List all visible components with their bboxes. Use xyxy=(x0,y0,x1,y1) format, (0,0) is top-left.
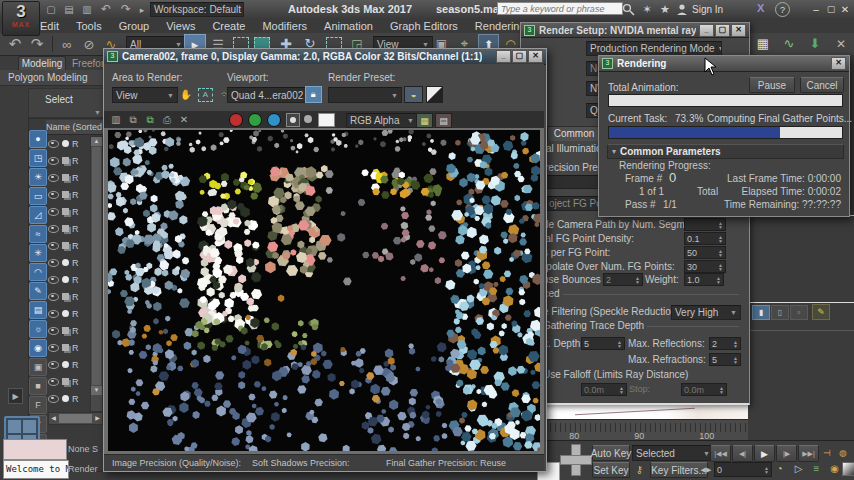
rfw-titlebar[interactable]: 3 Camera002, frame 0, Display Gamma: 2.0… xyxy=(104,49,546,65)
current-frame-field[interactable]: 0 ▲▼ xyxy=(714,462,772,477)
exchange-apps-icon[interactable]: X xyxy=(757,2,764,14)
scroll-right-icon[interactable]: ▶ xyxy=(93,413,102,424)
workspace-dropdown[interactable]: Workspace: Default▼ xyxy=(150,2,244,17)
ribbon-panel-polygon-modeling[interactable]: Polygon Modeling xyxy=(0,70,111,86)
visibility-eye-icon[interactable] xyxy=(48,361,59,369)
camera-icon[interactable]: ◉ xyxy=(827,461,842,476)
undo-icon[interactable]: ↶ xyxy=(6,35,24,53)
display-shapes-icon[interactable]: ◳ xyxy=(29,149,47,167)
mono-channel-icon[interactable] xyxy=(286,113,300,127)
menu-tools[interactable]: Tools xyxy=(76,20,102,32)
project-folder-icon[interactable]: ▸ xyxy=(136,3,148,16)
visibility-eye-icon[interactable] xyxy=(48,225,59,233)
menu-graph-editors[interactable]: Graph Editors xyxy=(390,20,458,32)
scene-explorer-header[interactable]: Name (Sorted D xyxy=(46,120,103,135)
viewport-background-icon[interactable] xyxy=(842,462,854,476)
red-channel-icon[interactable] xyxy=(229,113,243,127)
add-time-tag-plus-icon[interactable] xyxy=(560,444,590,474)
scene-explorer-row[interactable]: R xyxy=(48,272,90,287)
mute-icon[interactable]: ◔ xyxy=(772,461,787,476)
color-correction-icon[interactable]: ▦ xyxy=(416,113,433,128)
scene-explorer-row[interactable]: R xyxy=(48,357,90,372)
undo-quick-icon[interactable]: ↶ xyxy=(98,2,114,16)
app-menu-button[interactable]: 3 MAX xyxy=(2,1,40,36)
copy-image-icon[interactable]: ⧉ xyxy=(126,113,140,126)
scene-explorer-row[interactable]: R xyxy=(48,136,90,151)
visibility-eye-icon[interactable] xyxy=(48,191,59,199)
render-preview-image[interactable] xyxy=(108,130,540,451)
render-setup-icon[interactable]: ◒ xyxy=(404,86,423,103)
scene-explorer-row[interactable]: R xyxy=(48,306,90,321)
communication-center-icon[interactable]: ✶ xyxy=(640,2,654,16)
area-to-render-dropdown[interactable]: View▼ xyxy=(112,87,178,103)
maximize-icon[interactable]: ▢ xyxy=(715,24,730,37)
falloff-stop-field[interactable]: 0.0m▲▼ xyxy=(681,383,727,396)
visibility-eye-icon[interactable] xyxy=(48,140,59,148)
print-image-icon[interactable]: ⎙︎ xyxy=(160,113,174,126)
sign-in-avatar-icon[interactable] xyxy=(676,3,688,16)
new-scene-icon[interactable]: ▢ xyxy=(44,3,58,16)
max-reflections-field[interactable]: 2▲▼ xyxy=(709,337,741,350)
active-viewport-edge[interactable] xyxy=(748,215,854,303)
display-hidden-icon[interactable]: ■ xyxy=(29,377,47,395)
play-icon[interactable]: ▶ xyxy=(754,445,775,462)
display-spacewarps-icon[interactable]: ≈ xyxy=(29,225,47,243)
menu-edit[interactable]: Edit xyxy=(40,20,59,32)
scene-explorer-row[interactable]: R xyxy=(48,391,90,406)
layer-view-icon[interactable]: ▤ xyxy=(435,113,452,128)
menu-views[interactable]: Views xyxy=(166,20,195,32)
minimize-icon[interactable]: _ xyxy=(699,24,714,37)
set-keys-icon[interactable]: ⚷ xyxy=(632,462,647,476)
max-depth-field[interactable]: 5▲▼ xyxy=(581,337,625,350)
close-icon[interactable]: ✕ xyxy=(831,57,846,70)
pause-button[interactable]: Pause xyxy=(749,77,795,93)
visibility-eye-icon[interactable] xyxy=(48,344,59,352)
maxscript-listener-white[interactable]: Welcome to M xyxy=(3,460,69,479)
scene-explorer-row[interactable]: R xyxy=(48,170,90,185)
alpha-channel-icon[interactable] xyxy=(304,115,312,123)
search-icon[interactable] xyxy=(622,3,635,16)
scene-explorer-row[interactable]: R xyxy=(48,255,90,270)
layers-icon[interactable]: ≡ xyxy=(809,461,824,476)
scene-explorer-row[interactable]: R xyxy=(48,187,90,202)
blue-channel-icon[interactable] xyxy=(267,113,281,127)
display-lights-icon[interactable]: ☀ xyxy=(29,168,47,186)
auto-region-icon[interactable]: A xyxy=(198,88,213,102)
close-icon[interactable]: ✕ xyxy=(528,50,543,63)
fg-param-field[interactable]: 0.1▲▼ xyxy=(684,232,726,245)
visibility-eye-icon[interactable] xyxy=(48,378,59,386)
hscroll-thumb[interactable] xyxy=(59,414,92,423)
render-setup-titlebar[interactable]: 3 Render Setup: NVIDIA mental ray _ ▢ ✕ xyxy=(521,23,749,38)
edit-region-icon[interactable]: ✋ xyxy=(178,87,194,101)
display-cameras-icon[interactable]: ▭ xyxy=(29,187,47,205)
scene-explorer-row[interactable]: R xyxy=(48,340,90,355)
open-file-icon[interactable]: ▤ xyxy=(62,3,76,16)
explorer-hscrollbar[interactable]: ◀ ▶ xyxy=(48,412,103,425)
scene-explorer-row[interactable]: R xyxy=(48,238,90,253)
fg-param-field[interactable]: 30▲▼ xyxy=(684,260,726,273)
green-channel-icon[interactable] xyxy=(248,113,262,127)
visibility-eye-icon[interactable] xyxy=(48,157,59,165)
fg-param-field[interactable]: 50▲▼ xyxy=(684,246,726,259)
display-annotation-icon[interactable]: ✎ xyxy=(29,282,47,300)
falloff-start-field[interactable]: 0.0m▲▼ xyxy=(581,383,627,396)
select-panel-expand-icon[interactable]: ▼ xyxy=(94,109,101,116)
ribbon-tab-modeling[interactable]: Modeling xyxy=(18,56,66,71)
curve-editor-icon[interactable]: ∿ xyxy=(778,34,800,53)
menu-rendering[interactable]: Rendering xyxy=(475,20,526,32)
display-containers-icon[interactable]: ▤ xyxy=(29,301,47,319)
scene-explorer-row[interactable]: R xyxy=(48,221,90,236)
menu-animation[interactable]: Animation xyxy=(324,20,373,32)
display-f-icon[interactable]: F xyxy=(29,396,47,414)
scene-explorer-toggle-icon[interactable]: ▦ xyxy=(752,34,774,53)
visibility-eye-icon[interactable] xyxy=(48,327,59,335)
scroll-down-icon[interactable]: ▼ xyxy=(91,386,102,395)
maximize-window-icon[interactable]: ▢ xyxy=(825,3,837,15)
render-preset-dropdown[interactable]: ▼ xyxy=(328,87,402,103)
weight-field[interactable]: 1.0▲▼ xyxy=(684,273,724,286)
common-parameters-rollout[interactable]: ▾ Common Parameters xyxy=(607,144,844,159)
play-selected-icon[interactable]: ▷ xyxy=(791,461,806,476)
panel-tab-icon-3[interactable]: ▫ xyxy=(790,305,808,320)
save-image-icon[interactable]: ▥ xyxy=(109,113,123,126)
explorer-vscrollbar[interactable]: ▲ ▼ xyxy=(90,136,103,412)
